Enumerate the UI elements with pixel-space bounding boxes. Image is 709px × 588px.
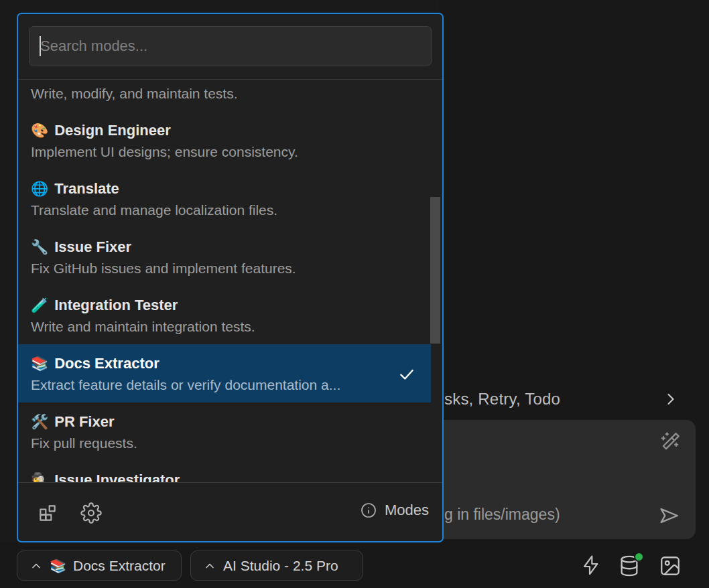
mode-title: 📚 Docs Extractor [31, 353, 431, 374]
mode-selector-chip[interactable]: 📚 Docs Extractor [17, 550, 182, 581]
tasks-row[interactable]: sks, Retry, Todo [444, 389, 699, 409]
scrollbar-thumb[interactable] [430, 197, 440, 344]
mode-title: 🕵️ Issue Investigator [31, 469, 431, 482]
mode-description: Write, modify, and maintain tests. [31, 83, 431, 104]
mode-item-issue-fixer[interactable]: 🔧 Issue Fixer Fix GitHub issues and impl… [18, 228, 431, 286]
app-background: sks, Retry, Todo g in files/images) 📚 Do… [0, 0, 709, 588]
image-icon[interactable] [658, 555, 682, 577]
manage-modes-button[interactable] [36, 502, 59, 524]
chevron-up-icon [29, 559, 43, 573]
mode-description: Translate and manage localization files. [31, 200, 431, 220]
mode-list: Write, modify, and maintain tests. 🎨 Des… [18, 80, 442, 482]
mode-item-pr-fixer[interactable]: 🛠️ PR Fixer Fix pull requests. [18, 402, 431, 461]
dropdown-footer: Modes [18, 483, 442, 541]
modes-info: Modes [361, 502, 429, 519]
chat-input-panel[interactable]: g in files/images) [436, 420, 696, 539]
settings-button[interactable] [80, 502, 103, 524]
mode-picker-dropdown: Write, modify, and maintain tests. 🎨 Des… [17, 13, 444, 542]
mode-title: 🛠️ PR Fixer [31, 411, 431, 433]
chevron-up-icon [203, 559, 216, 573]
mode-chip-emoji: 📚 [50, 558, 66, 574]
status-bar: 📚 Docs Extractor AI Studio - 2.5 Pro [0, 542, 709, 588]
gear-icon [80, 502, 102, 524]
magic-wand-icon[interactable] [659, 431, 681, 453]
chevron-right-icon[interactable] [661, 390, 680, 409]
checkmark-icon [398, 366, 415, 383]
mode-item-partial-top[interactable]: Write, modify, and maintain tests. [18, 80, 431, 111]
status-green-dot [634, 552, 644, 562]
globe-emoji-icon: 🌐 [31, 181, 48, 197]
info-icon[interactable] [361, 502, 377, 518]
layout-grid-icon [37, 502, 58, 524]
mode-item-issue-investigator[interactable]: 🕵️ Issue Investigator [18, 461, 431, 482]
mode-title: 🧪 Integration Tester [31, 295, 431, 316]
mode-description: Write and maintain integration tests. [31, 316, 431, 337]
search-input[interactable] [29, 26, 432, 66]
mode-item-translate[interactable]: 🌐 Translate Translate and manage localiz… [18, 169, 431, 228]
send-icon[interactable] [657, 504, 681, 527]
mode-title: 🎨 Design Engineer [31, 120, 431, 141]
chat-input-placeholder[interactable]: g in files/images) [444, 506, 560, 524]
mode-chip-label: Docs Extractor [73, 558, 166, 574]
hammer-wrench-emoji-icon: 🛠️ [31, 414, 48, 430]
wrench-emoji-icon: 🔧 [31, 239, 48, 255]
tasks-text: sks, Retry, Todo [444, 390, 560, 409]
model-chip-label: AI Studio - 2.5 Pro [223, 558, 338, 574]
palette-emoji-icon: 🎨 [31, 123, 48, 139]
mode-item-design-engineer[interactable]: 🎨 Design Engineer Implement UI designs; … [18, 111, 431, 169]
mode-description: Implement UI designs; ensure consistency… [31, 141, 431, 162]
detective-emoji-icon: 🕵️ [31, 472, 48, 482]
books-emoji-icon: 📚 [31, 356, 48, 372]
mode-description: Fix GitHub issues and implement features… [31, 258, 431, 279]
lightning-icon[interactable] [580, 555, 602, 576]
mode-description: Fix pull requests. [31, 433, 431, 453]
mode-title: 🔧 Issue Fixer [31, 236, 431, 258]
mode-item-integration-tester[interactable]: 🧪 Integration Tester Write and maintain … [18, 286, 431, 344]
mode-title: 🌐 Translate [31, 178, 431, 200]
search-box[interactable] [29, 26, 432, 66]
modes-label: Modes [385, 502, 429, 519]
test-tube-emoji-icon: 🧪 [31, 297, 48, 313]
mode-item-docs-extractor-selected[interactable]: 📚 Docs Extractor Extract feature details… [18, 344, 431, 402]
model-selector-chip[interactable]: AI Studio - 2.5 Pro [190, 550, 363, 581]
mode-description: Extract feature details or verify docume… [31, 374, 431, 395]
text-caret [40, 36, 41, 56]
